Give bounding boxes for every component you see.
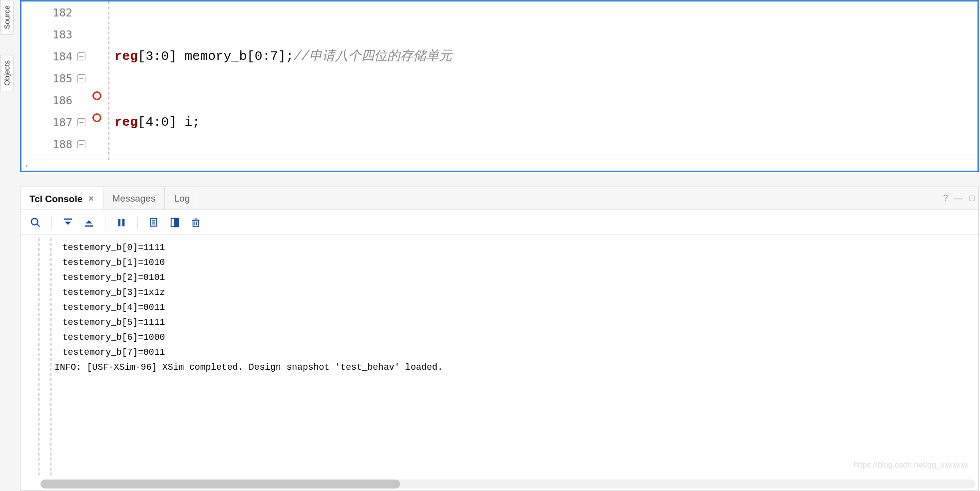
svg-rect-6 — [118, 219, 121, 226]
indent-guide — [106, 1, 112, 160]
line-number: 187 — [21, 111, 76, 133]
tab-log[interactable]: Log — [165, 187, 199, 210]
sources-tab[interactable]: Source — [0, 0, 13, 35]
fold-toggle-icon[interactable] — [77, 140, 85, 148]
console-panel: Tcl Console × Messages Log ? — □ — [20, 187, 979, 491]
tab-tcl-console[interactable]: Tcl Console × — [20, 187, 103, 210]
watermark-text: https://blog.csdn.net/qq_xxxxxxx — [854, 461, 969, 470]
console-output[interactable]: testemory_b[0]=1111 testemory_b[1]=1010 … — [20, 235, 979, 491]
trash-icon[interactable] — [187, 214, 205, 232]
console-line: testemory_b[0]=1111 — [45, 240, 979, 255]
breakpoint-icon[interactable] — [92, 91, 101, 100]
console-line: INFO: [USF-XSim-96] XSim completed. Desi… — [45, 360, 979, 375]
minimize-icon[interactable]: — — [954, 193, 963, 204]
code-line: reg[3:0] memory_b[0:7];//申请八个四位的存储单元 — [114, 45, 978, 67]
tab-messages[interactable]: Messages — [103, 187, 165, 210]
line-number: 183 — [21, 23, 76, 45]
console-horizontal-scrollbar-thumb[interactable] — [40, 480, 400, 489]
svg-line-1 — [37, 224, 40, 227]
code-area[interactable]: reg[3:0] memory_b[0:7];//申请八个四位的存储单元 reg… — [112, 1, 978, 160]
console-line: testemory_b[4]=0011 — [45, 300, 979, 315]
svg-rect-7 — [122, 219, 125, 226]
svg-rect-2 — [64, 218, 72, 220]
scroll-left-arrow-icon[interactable]: ‹ — [21, 162, 32, 169]
console-toolbar — [20, 210, 979, 235]
console-line: testemory_b[7]=0011 — [45, 345, 979, 360]
maximize-icon[interactable]: □ — [969, 193, 975, 204]
svg-marker-4 — [86, 220, 92, 223]
fold-toggle-icon[interactable] — [77, 74, 85, 82]
console-line: testemory_b[2]=0101 — [45, 270, 979, 285]
console-line: testemory_b[3]=1x1z — [45, 285, 979, 300]
svg-point-0 — [31, 218, 38, 225]
collapse-all-icon[interactable] — [59, 214, 77, 232]
left-vertical-tabs: Source Objects — [0, 0, 15, 180]
editor-horizontal-scrollbar[interactable]: ‹ — [21, 160, 978, 171]
console-line: testemory_b[5]=1111 — [45, 315, 979, 330]
console-line: testemory_b[1]=1010 — [45, 255, 979, 270]
help-icon[interactable]: ? — [943, 193, 948, 204]
line-number: 184 — [21, 45, 76, 67]
expand-all-icon[interactable] — [80, 214, 98, 232]
breakpoint-icon[interactable] — [92, 113, 101, 122]
svg-rect-5 — [85, 225, 93, 227]
line-number: 185 — [21, 67, 76, 89]
line-number: 182 — [21, 1, 76, 23]
code-line: reg[4:0] i; — [114, 111, 978, 133]
breakpoint-column — [88, 1, 106, 160]
objects-tab[interactable]: Objects — [0, 55, 13, 91]
line-number: 186 — [21, 89, 76, 111]
close-icon[interactable]: × — [88, 194, 94, 204]
console-tabs: Tcl Console × Messages Log ? — □ — [20, 187, 979, 210]
fold-column — [76, 1, 88, 160]
search-icon[interactable] — [26, 214, 44, 232]
fold-toggle-icon[interactable] — [77, 118, 85, 126]
line-number: 188 — [21, 133, 76, 155]
pause-icon[interactable] — [112, 214, 130, 232]
line-gutter: 182 183 184 185 186 187 188 — [21, 1, 76, 160]
svg-marker-3 — [65, 222, 71, 225]
editor-pane: 182 183 184 185 186 187 188 — [20, 0, 979, 172]
fold-toggle-icon[interactable] — [77, 52, 85, 60]
copy-icon[interactable] — [145, 214, 163, 232]
paste-icon[interactable] — [166, 214, 184, 232]
editor-body[interactable]: 182 183 184 185 186 187 188 — [21, 1, 978, 160]
svg-rect-14 — [193, 220, 199, 227]
console-line: testemory_b[6]=1000 — [45, 330, 979, 345]
svg-rect-13 — [174, 218, 178, 227]
